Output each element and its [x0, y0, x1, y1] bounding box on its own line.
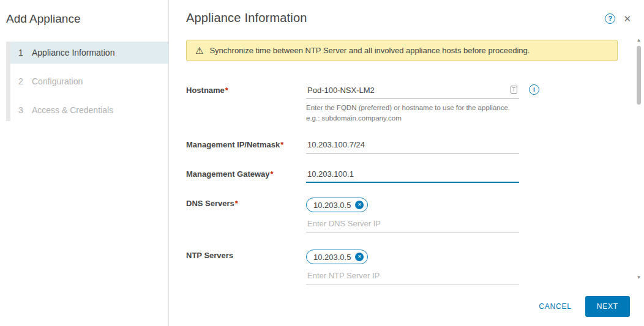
required-mark: *: [271, 169, 274, 179]
step-number: 1: [18, 48, 32, 57]
page-title: Appliance Information: [186, 11, 307, 25]
management-ip-label: Management IP/Netmask*: [186, 139, 306, 154]
add-appliance-dialog: Add Appliance 1 Appliance Information 2 …: [0, 0, 644, 326]
close-icon[interactable]: ✕: [623, 13, 631, 24]
step-label: Appliance Information: [32, 48, 114, 57]
dns-chip-row: 10.203.0.5 ✕: [306, 198, 519, 212]
cancel-button[interactable]: CANCEL: [539, 302, 571, 311]
scrollbar[interactable]: ▲ ▼: [635, 37, 643, 281]
dns-servers-label: DNS Servers*: [186, 198, 306, 232]
chip-remove-icon[interactable]: ✕: [355, 253, 364, 261]
step-appliance-information[interactable]: 1 Appliance Information: [10, 42, 168, 64]
form-row-management-ip: Management IP/Netmask*: [186, 139, 618, 154]
management-ip-input[interactable]: [306, 140, 519, 154]
dialog-title: Add Appliance: [6, 12, 168, 26]
management-gateway-field: [306, 168, 519, 183]
required-mark: *: [225, 86, 228, 95]
panel-header: Appliance Information ? ✕: [169, 0, 644, 25]
form-scroll-area: ⚠ Synchronize time between NTP Server an…: [169, 40, 644, 284]
header-icons: ? ✕: [605, 11, 631, 24]
dialog-footer: CANCEL NEXT: [539, 296, 630, 317]
dns-server-input[interactable]: [306, 219, 519, 232]
warning-icon: ⚠: [195, 46, 203, 55]
form-row-ntp-servers: NTP Servers 10.203.0.5 ✕: [186, 250, 618, 284]
hostname-label: Hostname*: [186, 84, 306, 123]
dns-servers-field: 10.203.0.5 ✕: [306, 198, 519, 232]
text-cursor-icon: [511, 85, 517, 96]
warning-banner: ⚠ Synchronize time between NTP Server an…: [186, 40, 618, 61]
step-label: Access & Credentials: [32, 105, 113, 115]
warning-text: Synchronize time between NTP Server and …: [209, 46, 530, 55]
form-row-dns-servers: DNS Servers* 10.203.0.5 ✕: [186, 198, 618, 232]
form-row-management-gateway: Management Gateway*: [186, 168, 618, 183]
step-label: Configuration: [32, 76, 83, 86]
step-number: 2: [18, 76, 32, 86]
dns-server-chip: 10.203.0.5 ✕: [306, 198, 368, 212]
main-panel: Appliance Information ? ✕ ⚠ Synchronize …: [169, 0, 644, 326]
ntp-servers-label: NTP Servers: [186, 250, 306, 284]
hostname-helper-text: Enter the FQDN (preferred) or hostname t…: [306, 103, 519, 123]
scroll-up-icon[interactable]: ▲: [635, 37, 643, 44]
info-icon[interactable]: i: [529, 84, 539, 95]
help-icon[interactable]: ?: [605, 13, 615, 24]
required-mark: *: [235, 199, 238, 208]
ntp-server-chip: 10.203.0.5 ✕: [306, 250, 368, 264]
step-access-credentials[interactable]: 3 Access & Credentials: [10, 99, 168, 121]
step-number: 3: [18, 105, 32, 115]
form-row-hostname: Hostname* Enter the FQDN (prefe: [186, 84, 618, 123]
next-button[interactable]: NEXT: [585, 296, 630, 317]
hostname-field: Enter the FQDN (preferred) or hostname t…: [306, 84, 519, 123]
management-ip-field: [306, 139, 519, 154]
required-mark: *: [280, 140, 283, 149]
management-gateway-label: Management Gateway*: [186, 168, 306, 183]
ntp-chip-row: 10.203.0.5 ✕: [306, 250, 519, 264]
management-gateway-input[interactable]: [306, 169, 519, 183]
scroll-down-icon[interactable]: ▼: [635, 274, 643, 281]
appliance-form: Hostname* Enter the FQDN (prefe: [186, 84, 618, 284]
ntp-server-input[interactable]: [306, 271, 519, 284]
wizard-steps: 1 Appliance Information 2 Configuration …: [6, 42, 168, 121]
chip-remove-icon[interactable]: ✕: [355, 201, 364, 209]
ntp-servers-field: 10.203.0.5 ✕: [306, 250, 519, 284]
scrollbar-thumb[interactable]: [637, 46, 641, 105]
hostname-input[interactable]: [306, 86, 519, 99]
wizard-sidebar: Add Appliance 1 Appliance Information 2 …: [0, 0, 169, 326]
step-configuration[interactable]: 2 Configuration: [10, 70, 168, 92]
